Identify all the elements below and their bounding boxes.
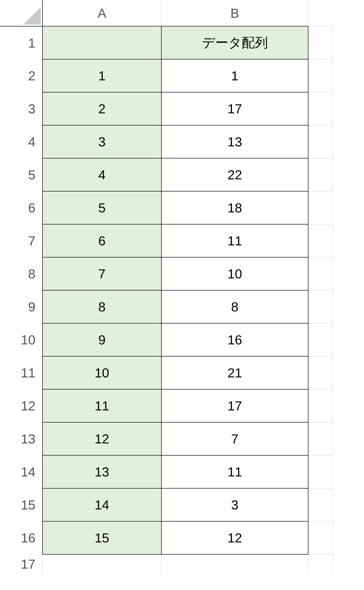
svg-marker-0 <box>23 7 41 25</box>
row-header[interactable]: 4 <box>0 125 42 158</box>
column-header-extra[interactable] <box>308 0 332 26</box>
row-header[interactable]: 3 <box>0 92 42 125</box>
row-header[interactable]: 6 <box>0 191 42 224</box>
data-row-17: 17 <box>0 554 332 574</box>
row-header[interactable]: 7 <box>0 224 42 257</box>
row-header[interactable]: 10 <box>0 323 42 356</box>
data-row-2: 2 1 1 <box>0 59 332 92</box>
row-header[interactable]: 12 <box>0 389 42 422</box>
cell-A17[interactable] <box>42 554 161 574</box>
cell-B17[interactable] <box>161 554 308 574</box>
cell-B11[interactable]: 21 <box>161 356 308 389</box>
row-header[interactable]: 16 <box>0 521 42 554</box>
cell-B8[interactable]: 10 <box>161 257 308 290</box>
data-row-4: 4 3 13 <box>0 125 332 158</box>
cell-B9[interactable]: 8 <box>161 290 308 323</box>
data-row-7: 7 6 11 <box>0 224 332 257</box>
cell-C5[interactable] <box>308 158 332 191</box>
cell-B6[interactable]: 18 <box>161 191 308 224</box>
column-header-row: A B <box>0 0 332 26</box>
cell-C1[interactable] <box>308 26 332 59</box>
cell-A9[interactable]: 8 <box>42 290 161 323</box>
cell-B16[interactable]: 12 <box>161 521 308 554</box>
cell-C12[interactable] <box>308 389 332 422</box>
cell-A8[interactable]: 7 <box>42 257 161 290</box>
row-header[interactable]: 9 <box>0 290 42 323</box>
cell-C17[interactable] <box>308 554 332 574</box>
cell-C4[interactable] <box>308 125 332 158</box>
data-row-16: 16 15 12 <box>0 521 332 554</box>
cell-A2[interactable]: 1 <box>42 59 161 92</box>
spreadsheet-grid: A B 1 データ配列 2 1 1 3 2 17 4 3 13 5 4 22 6 <box>0 0 333 574</box>
data-row-6: 6 5 18 <box>0 191 332 224</box>
cell-C2[interactable] <box>308 59 332 92</box>
cell-B3[interactable]: 17 <box>161 92 308 125</box>
data-row-1: 1 データ配列 <box>0 26 332 59</box>
cell-C7[interactable] <box>308 224 332 257</box>
cell-C8[interactable] <box>308 257 332 290</box>
cell-C9[interactable] <box>308 290 332 323</box>
cell-B10[interactable]: 16 <box>161 323 308 356</box>
cell-A15[interactable]: 14 <box>42 488 161 521</box>
row-header[interactable]: 17 <box>0 554 42 574</box>
cell-A14[interactable]: 13 <box>42 455 161 488</box>
cell-A6[interactable]: 5 <box>42 191 161 224</box>
cell-C11[interactable] <box>308 356 332 389</box>
cell-A4[interactable]: 3 <box>42 125 161 158</box>
cell-A3[interactable]: 2 <box>42 92 161 125</box>
data-row-5: 5 4 22 <box>0 158 332 191</box>
data-row-14: 14 13 11 <box>0 455 332 488</box>
cell-C16[interactable] <box>308 521 332 554</box>
cell-C15[interactable] <box>308 488 332 521</box>
row-header[interactable]: 5 <box>0 158 42 191</box>
cell-A5[interactable]: 4 <box>42 158 161 191</box>
data-row-3: 3 2 17 <box>0 92 332 125</box>
cell-A7[interactable]: 6 <box>42 224 161 257</box>
cell-B13[interactable]: 7 <box>161 422 308 455</box>
cell-B5[interactable]: 22 <box>161 158 308 191</box>
cell-C13[interactable] <box>308 422 332 455</box>
data-row-10: 10 9 16 <box>0 323 332 356</box>
data-row-13: 13 12 7 <box>0 422 332 455</box>
cell-B1[interactable]: データ配列 <box>161 26 308 59</box>
cell-B15[interactable]: 3 <box>161 488 308 521</box>
row-header[interactable]: 14 <box>0 455 42 488</box>
select-all-triangle-icon <box>23 7 41 25</box>
data-row-9: 9 8 8 <box>0 290 332 323</box>
row-header[interactable]: 11 <box>0 356 42 389</box>
cell-B4[interactable]: 13 <box>161 125 308 158</box>
row-header[interactable]: 8 <box>0 257 42 290</box>
cell-A11[interactable]: 10 <box>42 356 161 389</box>
cell-A12[interactable]: 11 <box>42 389 161 422</box>
column-header-A[interactable]: A <box>42 0 161 26</box>
cell-B14[interactable]: 11 <box>161 455 308 488</box>
cell-A13[interactable]: 12 <box>42 422 161 455</box>
cell-C6[interactable] <box>308 191 332 224</box>
cell-A10[interactable]: 9 <box>42 323 161 356</box>
data-row-11: 11 10 21 <box>0 356 332 389</box>
row-header[interactable]: 2 <box>0 59 42 92</box>
cell-A1[interactable] <box>42 26 161 59</box>
row-header[interactable]: 1 <box>0 26 42 59</box>
cell-B2[interactable]: 1 <box>161 59 308 92</box>
column-header-B[interactable]: B <box>161 0 308 26</box>
data-row-8: 8 7 10 <box>0 257 332 290</box>
data-row-15: 15 14 3 <box>0 488 332 521</box>
row-header[interactable]: 15 <box>0 488 42 521</box>
cell-A16[interactable]: 15 <box>42 521 161 554</box>
cell-C14[interactable] <box>308 455 332 488</box>
row-header[interactable]: 13 <box>0 422 42 455</box>
cell-B12[interactable]: 17 <box>161 389 308 422</box>
cell-B7[interactable]: 11 <box>161 224 308 257</box>
data-row-12: 12 11 17 <box>0 389 332 422</box>
cell-C10[interactable] <box>308 323 332 356</box>
select-all-corner[interactable] <box>0 0 42 26</box>
cell-C3[interactable] <box>308 92 332 125</box>
